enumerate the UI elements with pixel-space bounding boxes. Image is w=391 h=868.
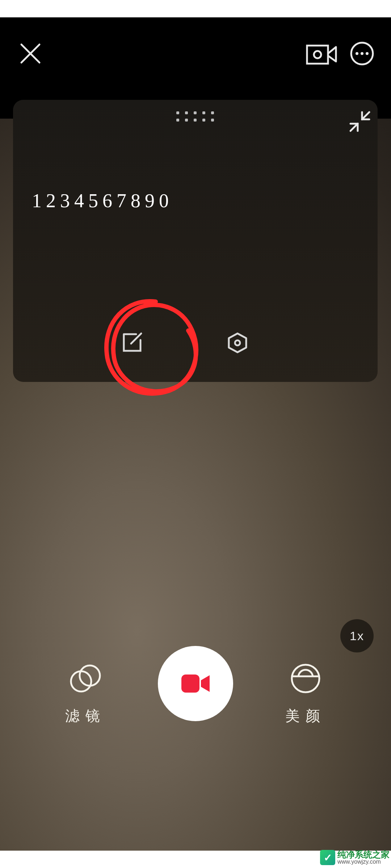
record-button[interactable] — [158, 646, 233, 721]
zoom-label: 1x — [350, 629, 364, 643]
beauty-button[interactable]: 美颜 — [269, 661, 342, 726]
more-button[interactable] — [348, 39, 377, 68]
watermark: ✓ 纯净系统之家 www.yowjzy.com — [320, 850, 390, 865]
beauty-face-icon — [288, 661, 323, 696]
zoom-chip[interactable]: 1x — [340, 619, 374, 652]
settings-hex-icon — [227, 332, 248, 354]
svg-rect-14 — [181, 675, 199, 693]
edit-icon — [122, 332, 143, 353]
svg-point-4 — [356, 52, 358, 55]
teleprompter-card[interactable]: 1234567890 — [13, 100, 378, 382]
close-button[interactable] — [16, 39, 45, 68]
svg-point-2 — [314, 51, 321, 58]
watermark-title: 纯净系统之家 — [337, 850, 390, 859]
beauty-label: 美颜 — [285, 706, 326, 726]
more-horizontal-icon — [349, 41, 375, 67]
filter-label: 滤镜 — [65, 706, 106, 726]
svg-point-6 — [366, 52, 369, 55]
close-icon — [18, 42, 42, 65]
filter-icon — [68, 661, 103, 696]
collapse-icon — [349, 111, 371, 132]
svg-point-15 — [292, 665, 319, 692]
teleprompter-settings-button[interactable] — [227, 332, 248, 354]
watermark-badge-icon: ✓ — [320, 850, 335, 865]
filter-button[interactable]: 滤镜 — [49, 661, 122, 726]
svg-line-8 — [350, 124, 358, 131]
video-record-icon — [180, 672, 211, 695]
svg-line-7 — [362, 112, 369, 119]
edit-text-button[interactable] — [122, 332, 143, 353]
teleprompter-toggle-button[interactable] — [305, 43, 338, 69]
collapse-button[interactable] — [349, 111, 371, 132]
camera-screen: 1234567890 1x 滤镜 — [0, 17, 391, 851]
watermark-url: www.yowjzy.com — [337, 859, 390, 865]
svg-point-11 — [235, 340, 240, 345]
drag-handle-icon[interactable] — [176, 111, 215, 122]
svg-point-5 — [361, 52, 363, 55]
teleprompter-text: 1234567890 — [32, 190, 173, 212]
svg-marker-10 — [229, 333, 246, 352]
teleprompter-icon — [305, 43, 338, 69]
